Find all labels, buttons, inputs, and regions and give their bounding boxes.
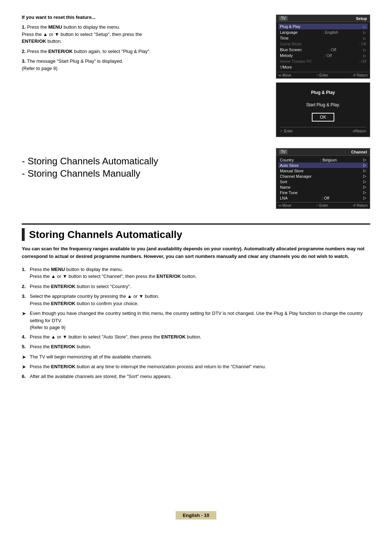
channel-item-manager: Channel Manager ▷ (278, 173, 368, 179)
main-step-2: 2. Press the ENTER/OK button to select "… (22, 283, 370, 290)
channel-item-fine-tune: Fine Tune ▷ (278, 190, 368, 195)
channel-tv-label: TV (279, 149, 287, 154)
menu-item-time: Time ▷ (278, 35, 368, 41)
plug-play-message: Start Plug & Play. (280, 102, 366, 107)
channel-item-auto-store: Auto Store ▷ (278, 163, 368, 168)
main-title-container: Storing Channels Automatically (22, 228, 370, 241)
menu-item-language: Language : English ▷ (278, 29, 368, 35)
plug-play-footer: ☞ Enter ↺Return (280, 127, 366, 133)
arrow-item-interrupt: ➤ Press the ENTER/OK button at any time … (22, 363, 370, 371)
ok-button[interactable]: OK (312, 113, 334, 122)
menu-item-home-theatre: Home Theatre PC : Off (278, 58, 368, 64)
plug-play-footer-return: ↺Return (352, 129, 366, 133)
bullet-dash-2: - Storing Channels Manually (22, 168, 140, 180)
channel-item-name: Name ▷ (278, 184, 368, 190)
channel-item-manual-store: Manual Store ▷ (278, 168, 368, 173)
step-2-num: 2. (22, 49, 26, 54)
main-step-3: 3. Select the appropriate country by pre… (22, 293, 370, 307)
channel-footer-move: ⇔ Move (278, 204, 291, 208)
step-3: 3. The message "Start Plug & Play" is di… (22, 58, 261, 72)
plug-play-panel: Plug & Play Start Plug & Play. OK ☞ Ente… (276, 82, 370, 137)
footer-return: ↺ Return (353, 73, 368, 77)
plug-play-footer-enter: ☞ Enter (280, 129, 293, 133)
bullet-dash-1: - Storing Channels Automatically (22, 155, 158, 168)
step-1: 1. Press the MENU button to display the … (22, 24, 261, 45)
middle-left: - Storing Channels Automatically - Stori… (22, 148, 265, 209)
setup-panel-body: Plug & Play ▷ Language : English ▷ Time … (276, 22, 370, 72)
footer-move: ⇔ Move (278, 73, 291, 77)
step-2: 2. Press the ENTER/OK button again, to s… (22, 48, 261, 55)
channel-panel-footer: ⇔ Move ☞Enter ↺ Return (276, 202, 370, 209)
plug-play-title: Plug & Play (280, 90, 366, 95)
setup-panel-title: Setup (356, 16, 367, 21)
page-container: If you want to reset this feature... 1. … (0, 0, 392, 534)
setup-panel-header: TV Setup (276, 15, 370, 22)
main-step-6: 6. After all the available channels are … (22, 373, 370, 380)
channel-footer-enter: ☞Enter (316, 204, 328, 208)
footer-label: English - 10 (176, 511, 217, 519)
step-3-num: 3. (22, 58, 26, 64)
main-title: Storing Channels Automatically (29, 229, 182, 241)
main-step-4: 4. Press the ▲ or ▼ button to select "Au… (22, 333, 370, 341)
step-1-num: 1. (22, 24, 26, 30)
middle-right: TV Channel Country : Belgium ▷ Auto Stor… (276, 148, 370, 209)
menu-item-game-mode: Game Mode : Off (278, 41, 368, 47)
page-footer: English - 10 (0, 511, 392, 519)
title-bar (22, 228, 25, 241)
channel-panel-header: TV Channel (276, 148, 370, 156)
channel-panel-title: Channel (351, 150, 367, 154)
section-title-bullets: - Storing Channels Automatically - Stori… (22, 155, 265, 180)
arrow-item-dtv: ➤ Even though you have changed the count… (22, 310, 370, 331)
footer-enter: ☞Enter (316, 73, 328, 77)
top-right: TV Setup Plug & Play ▷ Language : Englis… (276, 15, 370, 137)
step-list: 1. Press the MENU button to display the … (22, 266, 370, 380)
menu-item-melody: Melody : Off ▷ (278, 53, 368, 58)
tv-label: TV (279, 16, 287, 21)
menu-item-more: ▽More (278, 64, 368, 70)
main-section: Storing Channels Automatically You can s… (22, 223, 370, 380)
menu-item-plug-play: Plug & Play ▷ (278, 24, 368, 29)
channel-panel: TV Channel Country : Belgium ▷ Auto Stor… (276, 148, 370, 209)
reset-label: If you want to reset this feature... (22, 15, 261, 20)
top-section: If you want to reset this feature... 1. … (22, 15, 370, 137)
channel-panel-body: Country : Belgium ▷ Auto Store ▷ Manual … (276, 156, 370, 202)
middle-section: - Storing Channels Automatically - Stori… (22, 148, 370, 209)
main-intro: You can scan for the frequency ranges av… (22, 245, 370, 260)
main-step-1: 1. Press the MENU button to display the … (22, 266, 370, 280)
top-left: If you want to reset this feature... 1. … (22, 15, 265, 137)
arrow-item-memorize: ➤ The TV will begin memorizing all of th… (22, 353, 370, 361)
setup-panel: TV Setup Plug & Play ▷ Language : Englis… (276, 15, 370, 79)
bullet-manual: - Storing Channels Manually (22, 168, 265, 180)
channel-item-sort: Sort ▷ (278, 179, 368, 184)
channel-item-country: Country : Belgium ▷ (278, 157, 368, 163)
channel-footer-return: ↺ Return (353, 204, 368, 208)
main-step-5: 5. Press the ENTER/OK button. (22, 343, 370, 350)
setup-panel-footer: ⇔ Move ☞Enter ↺ Return (276, 72, 370, 78)
channel-item-lna: LNA : Off ▷ (278, 195, 368, 201)
menu-item-blue-screen: Blue Screen : Off ▷ (278, 47, 368, 53)
bullet-auto: - Storing Channels Automatically (22, 155, 265, 168)
